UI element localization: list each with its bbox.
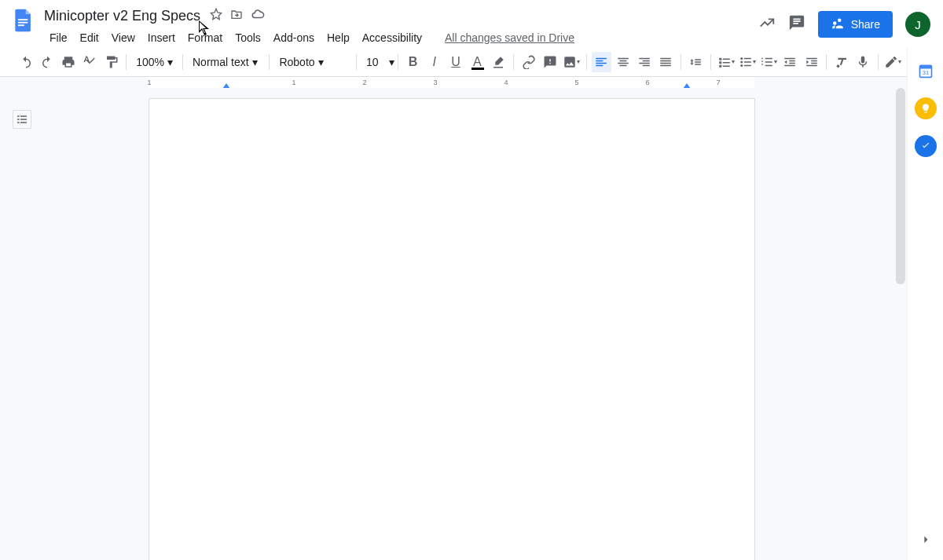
menu-tools[interactable]: Tools: [229, 28, 266, 47]
keep-icon[interactable]: [915, 97, 937, 119]
document-page[interactable]: [149, 99, 754, 560]
svg-text:31: 31: [922, 69, 928, 76]
tasks-icon[interactable]: [915, 135, 937, 157]
numbered-list-button[interactable]: ▾: [758, 52, 778, 72]
menu-format[interactable]: Format: [182, 28, 228, 47]
separator: [586, 54, 587, 70]
font-dropdown[interactable]: Roboto▾: [274, 54, 350, 70]
svg-rect-2: [18, 24, 24, 26]
print-button[interactable]: [59, 52, 79, 72]
highlight-button[interactable]: [489, 52, 508, 72]
menu-insert[interactable]: Insert: [142, 28, 181, 47]
svg-rect-1: [18, 22, 28, 24]
separator: [681, 54, 681, 70]
underline-button[interactable]: U: [446, 52, 465, 72]
cloud-icon[interactable]: [251, 7, 265, 24]
header: Minicopter v2 Eng Specs File Edit View I…: [0, 0, 943, 47]
align-center-button[interactable]: [613, 52, 633, 72]
style-dropdown[interactable]: Normal text▾: [188, 54, 264, 70]
expand-sidepanel-icon[interactable]: [918, 532, 934, 551]
separator: [182, 54, 183, 70]
workspace: [0, 88, 907, 560]
align-right-button[interactable]: [634, 52, 654, 72]
svg-rect-7: [919, 65, 931, 68]
bold-button[interactable]: B: [403, 52, 423, 72]
svg-point-3: [740, 57, 743, 60]
svg-point-5: [740, 64, 743, 67]
increase-indent-button[interactable]: [802, 52, 821, 72]
svg-rect-0: [18, 19, 28, 20]
comment-button[interactable]: [540, 52, 560, 72]
redo-button[interactable]: [37, 52, 57, 72]
align-left-button[interactable]: [592, 52, 611, 72]
separator: [710, 54, 711, 70]
editing-mode-button[interactable]: ▾: [883, 52, 903, 72]
toolbar: 100%▾ Normal text▾ Roboto▾ 10▾ B I U A ▾…: [0, 47, 943, 77]
outline-toggle-button[interactable]: [13, 110, 31, 129]
checklist-button[interactable]: ▾: [716, 52, 736, 72]
move-icon[interactable]: [230, 8, 243, 24]
image-button[interactable]: ▾: [562, 52, 582, 72]
user-avatar[interactable]: J: [905, 12, 930, 37]
undo-button[interactable]: [16, 52, 35, 72]
separator: [398, 54, 398, 70]
scrollbar[interactable]: [896, 88, 905, 284]
fontsize-dropdown[interactable]: 10▾: [361, 54, 393, 70]
menu-file[interactable]: File: [44, 28, 73, 47]
side-panel: 31: [907, 47, 943, 560]
menu-help[interactable]: Help: [321, 28, 355, 47]
separator: [513, 54, 514, 70]
docs-logo[interactable]: [9, 6, 38, 35]
text-color-button[interactable]: A: [468, 52, 487, 72]
separator: [269, 54, 270, 70]
bullet-list-button[interactable]: ▾: [737, 52, 757, 72]
italic-button[interactable]: I: [424, 52, 444, 72]
menu-accessibility[interactable]: Accessibility: [357, 28, 427, 47]
zoom-dropdown[interactable]: 100%▾: [131, 54, 178, 70]
separator: [878, 54, 879, 70]
header-right: Share J: [758, 11, 930, 38]
voice-typing-button[interactable]: [853, 52, 872, 72]
share-button[interactable]: Share: [818, 11, 893, 38]
svg-point-4: [740, 60, 743, 63]
activity-icon[interactable]: [758, 14, 776, 35]
link-button[interactable]: [519, 52, 538, 72]
separator: [356, 54, 357, 70]
paint-format-button[interactable]: [101, 52, 121, 72]
decrease-indent-button[interactable]: [780, 52, 800, 72]
share-label: Share: [851, 18, 880, 31]
align-justify-button[interactable]: [656, 52, 676, 72]
menu-bar: File Edit View Insert Format Tools Add-o…: [44, 28, 758, 47]
menu-view[interactable]: View: [106, 28, 141, 47]
comments-icon[interactable]: [788, 14, 805, 35]
clear-format-button[interactable]: [831, 52, 851, 72]
star-icon[interactable]: [210, 8, 222, 24]
menu-edit[interactable]: Edit: [75, 28, 105, 47]
calendar-icon[interactable]: 31: [915, 60, 937, 82]
spellcheck-button[interactable]: [80, 52, 100, 72]
separator: [826, 54, 827, 70]
title-area: Minicopter v2 Eng Specs File Edit View I…: [44, 6, 758, 47]
save-status[interactable]: All changes saved in Drive: [445, 31, 574, 44]
line-spacing-button[interactable]: [686, 52, 706, 72]
document-title[interactable]: Minicopter v2 Eng Specs: [44, 8, 200, 24]
menu-addons[interactable]: Add-ons: [268, 28, 320, 47]
separator: [126, 54, 127, 70]
